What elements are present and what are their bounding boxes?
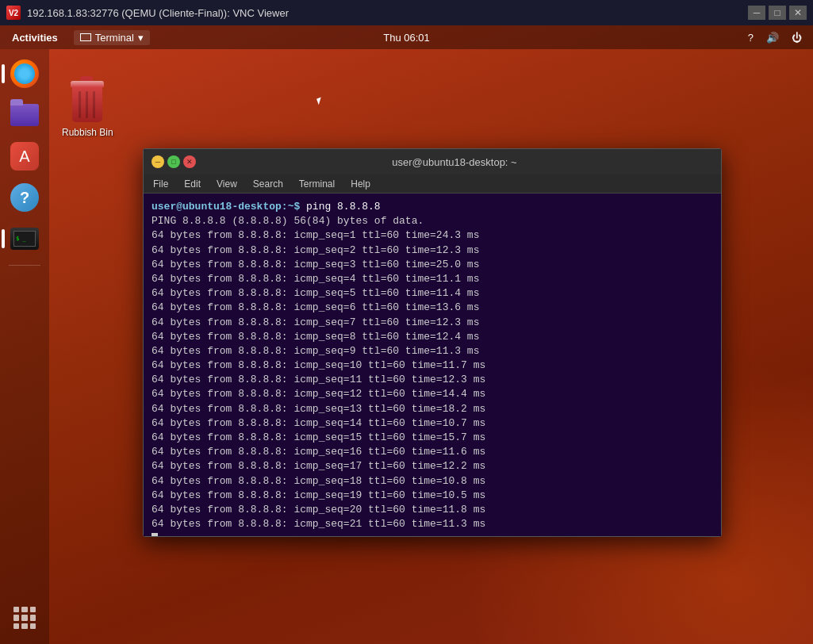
terminal-line: 64 bytes from 8.8.8.8: icmp_seq=3 ttl=60… — [151, 258, 713, 272]
terminal-dock-icon — [10, 228, 39, 250]
terminal-line: 64 bytes from 8.8.8.8: icmp_seq=2 ttl=60… — [151, 243, 713, 258]
vnc-window-title: 192.168.1.83:32776 (QEMU (Cliente-Final)… — [27, 7, 742, 19]
terminal-menu-help[interactable]: Help — [347, 177, 374, 191]
files-icon — [10, 104, 39, 126]
rubbish-bin-icon — [68, 81, 106, 124]
terminal-line: 64 bytes from 8.8.8.8: icmp_seq=7 ttl=60… — [151, 316, 713, 330]
apps-dot — [30, 607, 36, 612]
bin-line-3 — [93, 91, 95, 118]
apps-dot — [13, 607, 19, 612]
terminal-titlebar: ─ □ ✕ user@ubuntu18-desktop: ~ — [144, 149, 721, 174]
bin-line-2 — [86, 91, 88, 118]
dock-item-terminal[interactable] — [6, 220, 43, 257]
terminal-line: PING 8.8.8.8 (8.8.8.8) 56(84) bytes of d… — [151, 214, 713, 228]
rubbish-bin[interactable]: Rubbish Bin — [62, 81, 113, 138]
terminal-line: 64 bytes from 8.8.8.8: icmp_seq=1 ttl=60… — [151, 228, 713, 243]
terminal-menubar: File Edit View Search Terminal Help — [144, 174, 721, 194]
terminal-line: 64 bytes from 8.8.8.8: icmp_seq=5 ttl=60… — [151, 286, 713, 301]
apps-dot — [30, 623, 36, 629]
terminal-line: 64 bytes from 8.8.8.8: icmp_seq=8 ttl=60… — [151, 330, 713, 344]
bin-lid — [71, 81, 104, 87]
activities-button[interactable]: Activities — [8, 32, 62, 44]
terminal-dropdown-icon: ▾ — [138, 32, 144, 44]
rubbish-bin-label: Rubbish Bin — [62, 127, 113, 138]
terminal-menu-file[interactable]: File — [150, 177, 171, 191]
terminal-line: 64 bytes from 8.8.8.8: icmp_seq=21 ttl=6… — [151, 517, 713, 531]
apps-dot — [21, 623, 27, 629]
terminal-line: 64 bytes from 8.8.8.8: icmp_seq=15 ttl=6… — [151, 431, 713, 445]
dock-separator — [9, 265, 40, 266]
ubuntu-desktop: Activities Terminal ▾ Thu 06:01 ? 🔊 ⏻ A … — [0, 25, 813, 644]
bin-body — [72, 87, 102, 122]
terminal-panel-label: Terminal — [95, 32, 134, 44]
terminal-close-button[interactable]: ✕ — [183, 155, 196, 168]
apps-dot — [13, 615, 19, 620]
terminal-window-title: user@ubuntu18-desktop: ~ — [196, 156, 713, 168]
terminal-line: 64 bytes from 8.8.8.8: icmp_seq=4 ttl=60… — [151, 272, 713, 286]
terminal-cursor — [151, 533, 158, 536]
terminal-output[interactable]: user@ubuntu18-desktop:~$ ping 8.8.8.8PIN… — [144, 194, 721, 536]
terminal-line: 64 bytes from 8.8.8.8: icmp_seq=12 ttl=6… — [151, 387, 713, 401]
panel-clock[interactable]: Thu 06:01 — [383, 32, 430, 44]
dock-item-show-apps[interactable] — [6, 600, 43, 636]
terminal-line: 64 bytes from 8.8.8.8: icmp_seq=11 ttl=6… — [151, 373, 713, 387]
terminal-menu-edit[interactable]: Edit — [181, 177, 204, 191]
terminal-prompt: user@ubuntu18-desktop:~$ — [151, 201, 306, 213]
terminal-menu-search[interactable]: Search — [250, 177, 286, 191]
apps-dot — [30, 615, 36, 620]
terminal-line: 64 bytes from 8.8.8.8: icmp_seq=14 ttl=6… — [151, 416, 713, 431]
vnc-close-button[interactable]: ✕ — [789, 6, 807, 20]
terminal-line: 64 bytes from 8.8.8.8: icmp_seq=18 ttl=6… — [151, 474, 713, 489]
vnc-minimize-button[interactable]: ─ — [748, 6, 765, 20]
appcenter-icon: A — [10, 142, 39, 171]
terminal-line: 64 bytes from 8.8.8.8: icmp_seq=16 ttl=6… — [151, 445, 713, 459]
terminal-panel-icon — [80, 33, 91, 41]
dock-item-appcenter[interactable]: A — [6, 138, 43, 174]
vnc-maximize-button[interactable]: □ — [769, 6, 786, 20]
vnc-titlebar: V2 192.168.1.83:32776 (QEMU (Cliente-Fin… — [0, 0, 813, 25]
panel-power-icon[interactable]: ⏻ — [788, 30, 805, 45]
terminal-window: ─ □ ✕ user@ubuntu18-desktop: ~ File Edit… — [143, 148, 722, 537]
apps-dot — [21, 615, 27, 620]
terminal-maximize-button[interactable]: □ — [167, 155, 180, 168]
application-dock: A ? — [0, 49, 49, 644]
panel-audio-icon[interactable]: 🔊 — [763, 30, 782, 45]
dock-item-files[interactable] — [6, 97, 43, 133]
terminal-line: 64 bytes from 8.8.8.8: icmp_seq=9 ttl=60… — [151, 344, 713, 358]
terminal-line: 64 bytes from 8.8.8.8: icmp_seq=10 ttl=6… — [151, 358, 713, 373]
dock-item-firefox[interactable] — [6, 56, 43, 92]
panel-right-area: ? 🔊 ⏻ — [745, 30, 805, 45]
terminal-menu-terminal[interactable]: Terminal — [296, 177, 338, 191]
terminal-menu-view[interactable]: View — [213, 177, 240, 191]
terminal-line: user@ubuntu18-desktop:~$ ping 8.8.8.8 — [151, 200, 713, 214]
terminal-minimize-button[interactable]: ─ — [151, 155, 164, 168]
terminal-panel-button[interactable]: Terminal ▾ — [74, 30, 150, 45]
panel-help-icon[interactable]: ? — [745, 30, 757, 45]
vnc-icon: V2 — [6, 6, 21, 20]
dock-item-help[interactable]: ? — [6, 179, 43, 216]
vnc-window-controls: ─ □ ✕ — [748, 6, 807, 20]
show-apps-icon — [10, 604, 39, 632]
terminal-line: 64 bytes from 8.8.8.8: icmp_seq=19 ttl=6… — [151, 489, 713, 503]
help-icon: ? — [10, 183, 39, 212]
apps-dot — [13, 623, 19, 629]
firefox-icon — [10, 59, 39, 88]
terminal-command: ping 8.8.8.8 — [306, 201, 381, 213]
top-panel: Activities Terminal ▾ Thu 06:01 ? 🔊 ⏻ — [0, 25, 813, 49]
terminal-line: 64 bytes from 8.8.8.8: icmp_seq=17 ttl=6… — [151, 459, 713, 473]
apps-dot — [21, 607, 27, 612]
bin-line-1 — [79, 91, 81, 118]
terminal-cursor-line — [151, 531, 713, 536]
terminal-dock-icon-inner — [13, 231, 36, 247]
terminal-line: 64 bytes from 8.8.8.8: icmp_seq=13 ttl=6… — [151, 402, 713, 416]
terminal-line: 64 bytes from 8.8.8.8: icmp_seq=6 ttl=60… — [151, 301, 713, 315]
mouse-cursor — [316, 95, 329, 105]
terminal-line: 64 bytes from 8.8.8.8: icmp_seq=20 ttl=6… — [151, 503, 713, 517]
terminal-window-controls: ─ □ ✕ — [151, 155, 196, 168]
